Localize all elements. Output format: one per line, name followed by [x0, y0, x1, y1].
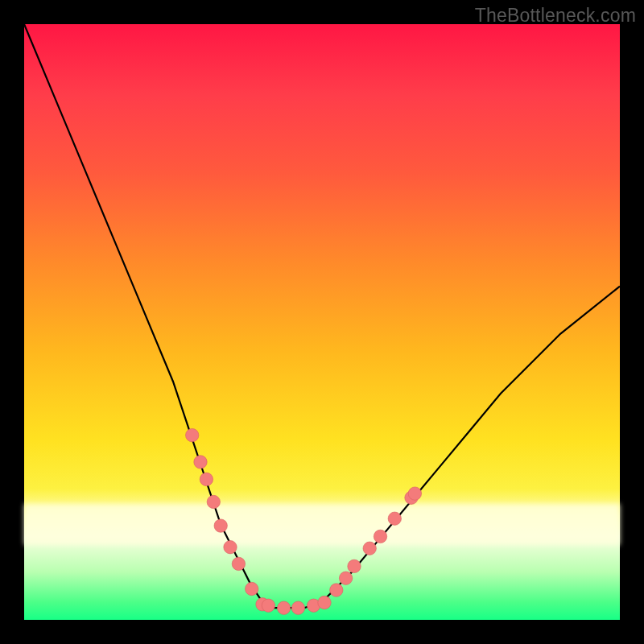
sample-dot — [388, 512, 401, 525]
chart-svg — [24, 24, 620, 620]
bottleneck-curve — [24, 24, 620, 608]
sample-dot — [262, 599, 275, 612]
sample-dot — [186, 428, 199, 441]
sample-dot — [330, 584, 343, 597]
sample-dot — [214, 519, 227, 532]
sample-dot — [277, 601, 290, 614]
sample-dot — [339, 572, 352, 584]
sample-dot — [224, 541, 237, 554]
sample-dot — [291, 601, 304, 614]
sample-dot — [363, 542, 376, 555]
sample-dot — [348, 559, 361, 572]
plot-area — [24, 24, 620, 620]
watermark-text: TheBottleneck.com — [475, 5, 636, 27]
sample-dot — [207, 495, 220, 508]
sample-dot — [374, 530, 386, 543]
chart-stage: TheBottleneck.com — [0, 0, 644, 644]
sample-dot — [194, 456, 207, 469]
sample-dot — [246, 582, 258, 595]
sample-dot — [200, 473, 213, 485]
sample-dot — [318, 596, 331, 609]
sample-dots — [186, 428, 422, 614]
sample-dot — [408, 487, 421, 500]
sample-dot — [232, 557, 245, 570]
